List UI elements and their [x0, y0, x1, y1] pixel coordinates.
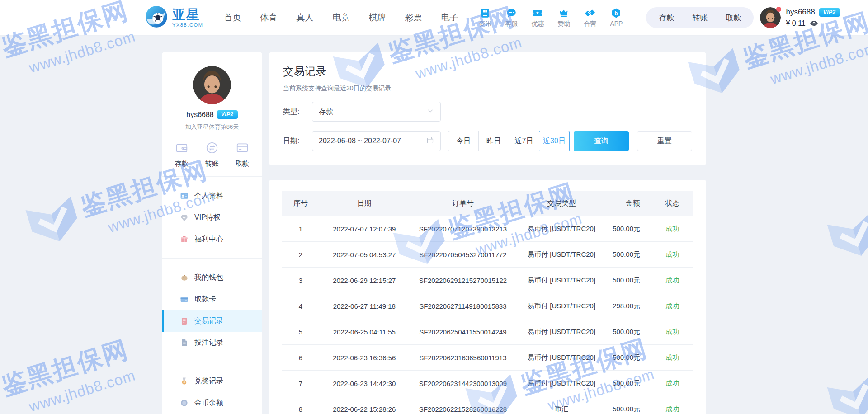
- page-title: 交易记录: [283, 64, 692, 79]
- promo-icon: [532, 7, 543, 19]
- range-button-3[interactable]: 近30日: [539, 131, 570, 151]
- reset-button[interactable]: 重置: [637, 131, 692, 151]
- range-button-1[interactable]: 昨日: [478, 131, 509, 151]
- sidebar-item-我的钱包[interactable]: 我的钱包: [162, 267, 262, 288]
- sidebar-divider: [162, 362, 262, 362]
- cell-amount: 500.00元: [607, 396, 652, 414]
- prize-icon: [179, 377, 189, 386]
- sidebar: hys6688 VIP2 加入亚星体育第86天 存款转账取款 个人资料VIP特权…: [162, 52, 262, 414]
- quick-link-0[interactable]: 资讯: [479, 7, 491, 28]
- cell-index: 6: [282, 345, 319, 371]
- cell-date: 2022-06-23 14:42:30: [319, 371, 410, 396]
- sidebar-item-label: 福利中心: [194, 235, 223, 244]
- column-header-2: 订单号: [410, 191, 516, 216]
- table-row: 82022-06-22 15:28:26SF202206221528260018…: [282, 396, 693, 414]
- quick-icon-nav: 资讯客服优惠赞助合营bAPP: [479, 7, 623, 28]
- sidebar-item-投注记录[interactable]: 投注记录: [162, 332, 262, 353]
- type-row: 类型: 存款: [283, 102, 692, 122]
- nav-item-1[interactable]: 体育: [260, 12, 277, 24]
- quick-link-5[interactable]: bAPP: [610, 7, 623, 28]
- username: hys6688: [786, 8, 815, 17]
- quick-link-1[interactable]: 客服: [505, 7, 518, 28]
- quick-link-label: 资讯: [479, 20, 491, 28]
- nav-item-6[interactable]: 电子: [441, 12, 458, 24]
- shortcut-label: 取款: [236, 160, 249, 168]
- sidebar-item-VIP特权[interactable]: VIP特权: [162, 207, 262, 228]
- column-header-5: 状态: [652, 191, 693, 216]
- date-range-input[interactable]: 2022-06-08 ~ 2022-07-07: [312, 131, 441, 151]
- wallet-icon: [179, 273, 189, 282]
- sidebar-item-label: VIP特权: [194, 213, 221, 222]
- sidebar-shortcut-1[interactable]: 转账: [205, 141, 219, 168]
- cell-amount: 500.00元: [607, 319, 652, 345]
- withdraw-icon: [236, 141, 249, 156]
- watermark-tile: 鉴黑担保网www.jhdb8.com: [823, 168, 868, 273]
- column-header-3: 交易类型: [516, 191, 607, 216]
- date-label: 日期:: [283, 136, 312, 146]
- bets-icon: [179, 339, 189, 347]
- sidebar-item-label: 金币余额: [194, 398, 223, 408]
- sidebar-shortcut-2[interactable]: 取款: [236, 141, 249, 168]
- wallet-pill-1[interactable]: 转账: [683, 13, 717, 23]
- nav-item-3[interactable]: 电竞: [332, 12, 349, 24]
- table-body: 12022-07-07 12:07:39SF202207071207390013…: [282, 216, 693, 414]
- search-button[interactable]: 查询: [574, 131, 629, 151]
- calendar-icon: [426, 136, 434, 146]
- page-subtitle: 当前系统支持查询最近30日的交易记录: [283, 85, 692, 93]
- cell-status: 成功: [652, 216, 693, 242]
- wallet-pill-2[interactable]: 取款: [717, 13, 750, 23]
- nav-item-5[interactable]: 彩票: [405, 12, 422, 24]
- sidebar-item-福利中心[interactable]: 福利中心: [162, 228, 262, 250]
- cell-date: 2022-07-07 12:07:39: [319, 216, 410, 242]
- range-button-2[interactable]: 近7日: [509, 131, 539, 151]
- cell-amount: 500.00元: [607, 345, 652, 371]
- sidebar-avatar[interactable]: [193, 66, 231, 104]
- cell-index: 8: [282, 396, 319, 414]
- wallet-pill-0[interactable]: 存款: [650, 13, 683, 23]
- type-select[interactable]: 存款: [312, 102, 441, 122]
- eye-icon[interactable]: [810, 19, 818, 28]
- cell-status: 成功: [652, 293, 693, 319]
- cell-date: 2022-07-05 04:53:27: [319, 242, 410, 268]
- watermark-tile: 鉴黑担保网www.jhdb8.com: [0, 333, 138, 414]
- range-button-0[interactable]: 今日: [448, 131, 479, 151]
- cell-type: 币汇: [516, 396, 607, 414]
- cell-index: 7: [282, 371, 319, 396]
- cell-amount: 500.00元: [607, 216, 652, 242]
- sidebar-item-金币余额[interactable]: 金币余额: [162, 392, 262, 414]
- user-avatar[interactable]: [760, 7, 781, 28]
- quick-link-3[interactable]: 赞助: [557, 7, 570, 28]
- quick-link-2[interactable]: 优惠: [531, 7, 544, 28]
- sidebar-divider: [162, 176, 262, 177]
- vip-icon: [179, 213, 189, 222]
- cell-order-no: SF202206271149180015833: [410, 293, 516, 319]
- news-icon: [479, 7, 491, 19]
- sidebar-item-取款卡[interactable]: 取款卡: [162, 288, 262, 310]
- quick-link-4[interactable]: 合营: [584, 7, 596, 28]
- nav-item-4[interactable]: 棋牌: [368, 12, 386, 24]
- sidebar-item-交易记录[interactable]: 交易记录: [162, 310, 262, 332]
- sidebar-item-兑奖记录[interactable]: 兑奖记录: [162, 370, 262, 392]
- quick-link-label: 客服: [505, 20, 518, 28]
- cell-index: 2: [282, 242, 319, 268]
- sidebar-divider: [162, 258, 262, 259]
- column-header-1: 日期: [319, 191, 410, 216]
- cell-status: 成功: [652, 242, 693, 268]
- nav-item-0[interactable]: 首页: [224, 12, 241, 24]
- jhdb8-logo-icon: [0, 372, 8, 414]
- watermark-tile: 鉴黑担保网www.jhdb8.com: [823, 330, 868, 414]
- cell-status: 成功: [652, 268, 693, 293]
- shortcut-label: 转账: [205, 160, 219, 168]
- site-logo[interactable]: 亚星 YX88.COM: [145, 5, 203, 30]
- watermark-text: 鉴黑担保网www.jhdb8.com: [0, 333, 138, 414]
- sidebar-shortcut-0[interactable]: 存款: [175, 141, 189, 168]
- cell-index: 4: [282, 293, 319, 319]
- wallet-actions: 存款转账取款: [646, 7, 754, 28]
- cell-amount: 500.00元: [607, 268, 652, 293]
- nav-item-2[interactable]: 真人: [296, 12, 313, 24]
- cell-type: 易币付 [USDT/TRC20]: [516, 242, 607, 268]
- coins-icon: [179, 399, 189, 407]
- sidebar-item-个人资料[interactable]: 个人资料: [162, 185, 262, 207]
- sidebar-vip-badge: VIP2: [217, 110, 238, 119]
- cell-order-no: SF202206250411550014249: [410, 319, 516, 345]
